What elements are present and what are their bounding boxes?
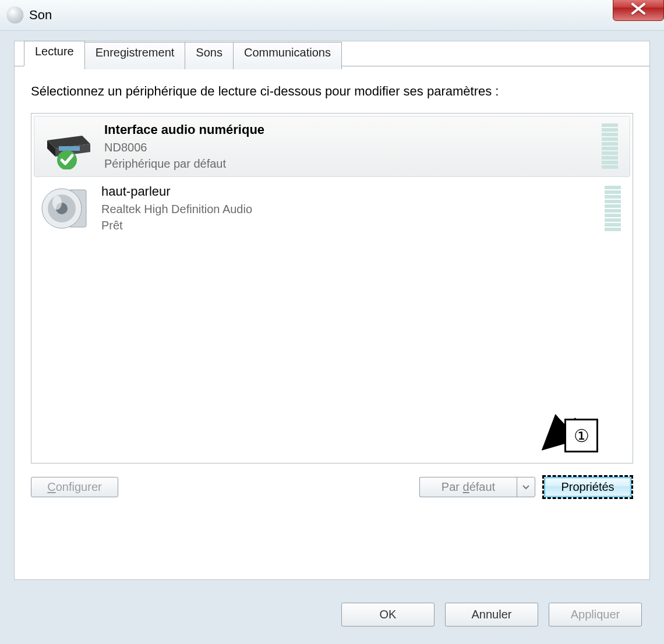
tabstrip: Lecture Enregistrement Sons Communicatio… bbox=[24, 41, 341, 66]
properties-button[interactable]: Propriétés bbox=[544, 477, 631, 497]
tab-label: Enregistrement bbox=[96, 46, 175, 59]
device-name: haut-parleur bbox=[101, 183, 605, 201]
right-button-group: Par défaut Propriétés bbox=[419, 475, 633, 499]
level-meter bbox=[602, 123, 618, 169]
cancel-button[interactable]: Annuler bbox=[445, 603, 538, 627]
device-subname: Realtek High Definition Audio bbox=[101, 201, 605, 217]
dialog-body: Lecture Enregistrement Sons Communicatio… bbox=[14, 41, 650, 580]
accesskey: C bbox=[47, 480, 55, 493]
tab-sons[interactable]: Sons bbox=[185, 42, 234, 69]
tab-label: Sons bbox=[196, 46, 222, 59]
device-icon bbox=[38, 183, 94, 234]
close-button[interactable] bbox=[613, 0, 664, 21]
svg-rect-3 bbox=[59, 146, 80, 151]
instruction-text: Sélectionnez un périphérique de lecture … bbox=[31, 84, 633, 99]
device-texts: Interface audio numérique ND8006 Périphé… bbox=[97, 121, 602, 172]
dialog-button-row: OK Annuler Appliquer bbox=[341, 603, 642, 627]
titlebar: Son bbox=[0, 0, 664, 31]
btn-label: Appliquer bbox=[571, 608, 620, 621]
svg-point-9 bbox=[52, 196, 62, 210]
tab-enregistrement[interactable]: Enregistrement bbox=[84, 42, 186, 69]
pane-buttons: Configurer Par défaut Propriétés bbox=[31, 475, 633, 499]
tab-communications[interactable]: Communications bbox=[233, 42, 342, 69]
configure-button[interactable]: Configurer bbox=[31, 477, 118, 497]
tab-label: Lecture bbox=[35, 45, 74, 58]
tab-pane-lecture: Sélectionnez un périphérique de lecture … bbox=[15, 66, 649, 579]
set-default-button[interactable]: Par défaut bbox=[419, 477, 517, 497]
device-subname: ND8006 bbox=[104, 139, 602, 155]
set-default-dropdown[interactable] bbox=[517, 477, 535, 497]
set-default-split-button[interactable]: Par défaut bbox=[419, 477, 535, 497]
device-texts: haut-parleur Realtek High Definition Aud… bbox=[94, 183, 605, 233]
sound-dialog-window: Son Lecture Enregistrement Sons Communic… bbox=[0, 0, 664, 644]
properties-focus-highlight: Propriétés bbox=[542, 475, 633, 499]
btn-label-rest: onfigurer bbox=[56, 480, 102, 493]
close-icon bbox=[630, 3, 647, 15]
btn-label: OK bbox=[380, 608, 397, 621]
device-item-digital-interface[interactable]: Interface audio numérique ND8006 Périphé… bbox=[34, 116, 630, 177]
chevron-down-icon bbox=[522, 485, 529, 490]
app-icon bbox=[7, 7, 23, 23]
device-icon bbox=[41, 123, 97, 169]
device-name: Interface audio numérique bbox=[104, 121, 602, 139]
device-item-speaker[interactable]: haut-parleur Realtek High Definition Aud… bbox=[31, 178, 633, 239]
btn-label: Annuler bbox=[472, 608, 512, 621]
btn-label: Propriétés bbox=[561, 480, 614, 493]
playback-device-list[interactable]: Interface audio numérique ND8006 Périphé… bbox=[31, 113, 633, 463]
tab-label: Communications bbox=[244, 46, 331, 59]
tab-lecture[interactable]: Lecture bbox=[24, 41, 85, 66]
window-title: Son bbox=[29, 8, 52, 23]
level-meter bbox=[605, 186, 621, 231]
ok-button[interactable]: OK bbox=[341, 603, 435, 627]
apply-button[interactable]: Appliquer bbox=[549, 603, 642, 627]
device-status: Prêt bbox=[101, 217, 605, 233]
device-status: Périphérique par défaut bbox=[104, 155, 602, 172]
